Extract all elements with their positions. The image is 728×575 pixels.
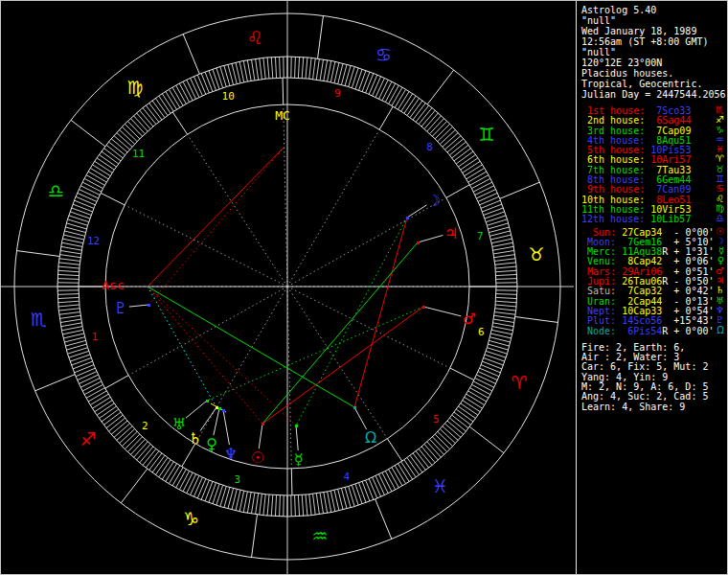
house-6-number: 6	[478, 326, 485, 338]
planet-sun-pointer	[259, 424, 262, 448]
degree-tick	[251, 493, 254, 514]
degree-tick	[495, 309, 516, 310]
aspect-line	[148, 148, 284, 287]
header-line-4: 12:56am (ST +8:00 GMT)	[581, 36, 727, 47]
sign-boundary-line	[35, 375, 76, 391]
degree-tick	[74, 200, 93, 208]
degree-tick	[63, 334, 83, 338]
degree-tick	[267, 58, 269, 79]
degree-tick	[375, 78, 384, 97]
planet-moon-pointer	[407, 205, 426, 218]
planet-mercury-dot	[295, 425, 298, 427]
degree-tick	[193, 477, 202, 496]
degree-tick	[313, 494, 316, 515]
degree-tick	[187, 80, 196, 99]
degree-tick	[79, 190, 98, 198]
planet-mars-glyph: ♂	[463, 310, 476, 328]
planet-moon-glyph: ☽	[427, 192, 441, 210]
degree-tick	[473, 182, 492, 192]
degree-tick	[260, 58, 262, 80]
degree-tick	[70, 355, 90, 361]
degree-tick	[256, 494, 259, 515]
degree-tick	[382, 472, 392, 492]
degree-tick	[330, 491, 335, 512]
degree-tick	[59, 312, 80, 315]
degree-tick	[70, 212, 90, 218]
sign-boundary-line	[183, 34, 199, 75]
summary-line-7: Learn: 4, Share: 9	[581, 402, 727, 412]
degree-tick	[213, 484, 219, 504]
degree-tick	[172, 87, 183, 105]
degree-tick	[193, 77, 202, 96]
house-2-number: 2	[142, 420, 148, 432]
degree-tick	[302, 494, 304, 516]
info-panel: Astrolog 5.40"null"Wed January 18, 19891…	[577, 1, 727, 574]
degree-tick	[263, 494, 265, 516]
aspect-line	[148, 287, 262, 424]
house-cusp-line	[291, 469, 292, 495]
planet-moon-dot	[406, 217, 409, 219]
house-cusps-list: 1st house: 7Sco33♏ 2nd house: 6Sag44♐ 3r…	[581, 106, 727, 225]
house-3-number: 3	[234, 473, 240, 486]
house-cusp-line	[450, 368, 474, 380]
planet-icon: ♀	[717, 256, 724, 265]
degree-tick	[334, 490, 339, 510]
sign-boundary-line	[427, 70, 453, 104]
aspect-line	[354, 218, 407, 407]
degree-tick	[477, 375, 496, 383]
planet-neptune-dot	[222, 409, 225, 412]
degree-tick	[309, 58, 311, 79]
degree-tick	[471, 384, 489, 394]
house-sign-icon: ♈	[716, 154, 724, 164]
degree-tick	[191, 476, 199, 495]
header-line-1: Astrolog 5.40	[581, 5, 727, 15]
degree-tick	[298, 495, 299, 517]
chart-header: Astrolog 5.40"null"Wed January 18, 19891…	[581, 5, 727, 100]
degree-tick	[491, 330, 512, 334]
planet-positions-list: Sun: 27Cap34 - 0°00'☉ Moon: 7Gem16 + 5°1…	[581, 228, 727, 336]
header-line-3: Wed January 18, 1989	[581, 26, 727, 36]
degree-tick	[73, 361, 93, 369]
degree-tick	[60, 250, 81, 253]
house-sign-icon: ♎	[716, 214, 724, 223]
degree-tick	[494, 259, 515, 262]
chart-summary: Fire: 2, Earth: 6,Air : 2, Water: 3Car: …	[581, 343, 727, 412]
degree-tick	[295, 495, 296, 517]
planet-label: Node:	[581, 326, 616, 336]
planet-venus-glyph: ♀	[206, 435, 217, 453]
header-line-9: Julian Day = 2447544.2056	[581, 89, 727, 100]
degree-tick	[389, 470, 399, 488]
sign-boundary-line	[16, 251, 59, 257]
degree-tick	[385, 83, 395, 102]
planet-neptune-glyph: ♆	[224, 445, 238, 463]
degree-tick	[485, 355, 505, 361]
house-cusp-spoke	[195, 287, 287, 444]
degree-tick	[328, 60, 331, 81]
planet-pluto-dot	[148, 304, 150, 307]
degree-tick	[494, 312, 515, 315]
mc-label: MC	[275, 108, 290, 123]
degree-tick	[205, 482, 213, 502]
degree-tick	[197, 75, 206, 94]
degree-tick	[271, 494, 273, 516]
degree-tick	[495, 301, 516, 303]
house-sign-icon: ♐	[716, 115, 724, 125]
degree-tick	[271, 58, 273, 79]
degree-tick	[324, 60, 328, 81]
degree-tick	[359, 70, 367, 90]
degree-tick	[480, 368, 499, 377]
degree-tick	[470, 388, 489, 399]
house-12-number: 12	[87, 235, 100, 247]
house-cusp-spoke	[287, 287, 291, 469]
degree-tick	[493, 323, 514, 327]
degree-tick	[496, 297, 517, 298]
degree-tick	[478, 372, 497, 380]
planet-node-dot	[353, 406, 356, 409]
house-cusp-spoke	[287, 197, 446, 287]
planet-position-value: 6Pis54	[616, 326, 662, 336]
degree-tick	[495, 270, 516, 272]
house-cusp-line	[182, 444, 195, 467]
degree-tick	[84, 384, 102, 394]
degree-tick	[79, 375, 98, 383]
house-7-number: 7	[477, 230, 484, 242]
